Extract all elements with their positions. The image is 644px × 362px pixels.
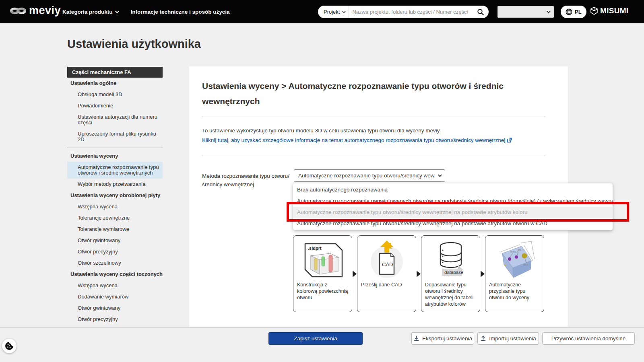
svg-text:database: database xyxy=(444,270,463,275)
sidebar-item-threaded-hole-plate[interactable]: Otwór gwintowany xyxy=(67,235,163,246)
misumi-brand-text: MiSUMi xyxy=(600,6,628,15)
misumi-logo[interactable]: MiSUMi xyxy=(590,6,628,15)
dropdown-option-by-cad-attributes[interactable]: Automatyczne rozpoznawanie typu otworu/ś… xyxy=(293,218,613,229)
sidebar-item-2d-drawing-format[interactable]: Uproszczony format pliku rysunku 2D xyxy=(67,128,163,145)
svg-text:Ø6 H7: Ø6 H7 xyxy=(518,249,525,251)
step-card-auto-assign: M4x0.7 Ø6 H7 Ø10 Automatyczne przypisani… xyxy=(485,235,544,312)
chevron-down-icon xyxy=(115,9,119,13)
sidebar-divider xyxy=(67,148,163,148)
language-switcher[interactable]: PL xyxy=(561,6,586,18)
arrow-right-icon xyxy=(417,271,421,277)
language-label: PL xyxy=(575,9,582,15)
sidebar-item-dimensional-tolerances[interactable]: Tolerancje wymiarowe xyxy=(67,224,163,235)
chevron-down-icon xyxy=(438,173,442,177)
search-icon xyxy=(477,8,484,16)
svg-text:Ø10: Ø10 xyxy=(523,263,528,266)
external-link-icon xyxy=(507,138,512,143)
sidebar-item-adding-dimensions[interactable]: Dodawanie wymiarów xyxy=(67,291,163,302)
dropdown-option-by-hole-diameter[interactable]: Automatyczne rozpoznawanie nagwintowanyc… xyxy=(293,195,613,207)
step-label: Prześlij dane CAD xyxy=(357,281,416,288)
step-label: Konstrukcja z kolorową powierzchnią otwo… xyxy=(293,281,352,301)
recognition-method-select[interactable]: Automatyczne rozpoznawanie typu otworu/ś… xyxy=(294,169,445,182)
sidebar-item-threaded-hole-turned[interactable]: Otwór gwintowany xyxy=(67,302,163,314)
restore-defaults-button[interactable]: Przywróć ustawienia domyślne xyxy=(542,332,635,345)
arrow-right-icon xyxy=(481,271,485,277)
meviy-logo[interactable]: meviy xyxy=(10,4,61,17)
sidebar-section-turned-parts: Ustawienia wyceny części toczonych xyxy=(67,269,163,280)
sidebar-section-quotation: Ustawienia wyceny xyxy=(67,150,163,162)
divider xyxy=(202,156,545,156)
sidebar-item-notification[interactable]: Powiadomienie xyxy=(67,100,163,111)
globe-icon xyxy=(566,8,572,15)
infinity-logo-icon xyxy=(10,6,27,16)
workflow-steps: .sldprt Konstrukcja z kolorową powierzch… xyxy=(293,235,544,312)
recognition-method-dropdown: Brak automatycznego rozpoznawania Automa… xyxy=(293,183,613,230)
page-title: Ustawienia użytkownika xyxy=(67,37,201,51)
arrow-right-icon xyxy=(353,271,357,277)
upload-icon xyxy=(480,335,486,341)
cube-icon xyxy=(590,6,598,15)
recognition-method-label: Metoda rozpoznawania typu otworu/ średni… xyxy=(202,172,293,189)
sidebar-item-part-number-auth[interactable]: Ustawienia autoryzacji dla numeru części xyxy=(67,111,163,128)
step-label: Automatyczne przypisanie typu otworu do … xyxy=(485,281,544,301)
search-scope-select[interactable]: Projekt xyxy=(318,6,349,18)
database-icon: database xyxy=(421,236,480,281)
search-bar: Projekt xyxy=(318,6,489,18)
sidebar-section-general: Ustawienia ogólne xyxy=(67,78,163,89)
sldprt-model-icon: .sldprt xyxy=(293,236,352,281)
quote-model-icon: M4x0.7 Ø6 H7 Ø10 xyxy=(485,236,544,281)
settings-sidebar: Części mechaniczne FA Ustawienia ogólne … xyxy=(67,67,163,325)
download-icon xyxy=(413,335,419,341)
setting-description: To ustawienie wykorzystuje typ otworu mo… xyxy=(202,128,441,134)
sidebar-item-external-tolerances[interactable]: Tolerancje zewnętrzne xyxy=(67,212,163,224)
nav-technical-info[interactable]: Informacje techniczne i sposób użycia xyxy=(131,9,230,15)
search-input[interactable] xyxy=(349,9,473,15)
dropdown-option-no-auto[interactable]: Brak automatycznego rozpoznawania xyxy=(293,184,613,195)
svg-text:CAD: CAD xyxy=(382,261,393,267)
sidebar-item-slot-hole[interactable]: Otwór szczelinowy xyxy=(67,257,163,269)
export-settings-button[interactable]: Eksportuj ustawienia xyxy=(411,332,474,345)
brand-text: meviy xyxy=(29,4,61,17)
import-settings-button[interactable]: Importuj ustawienia xyxy=(477,332,539,345)
dropdown-option-by-color-attributes[interactable]: Automatyczne rozpoznawanie typu otworu/ś… xyxy=(293,207,613,218)
step-label: Dopasowanie typu otworu i średnicy wewnę… xyxy=(421,281,480,307)
cookie-settings-button[interactable] xyxy=(2,339,17,353)
cookie-icon xyxy=(4,341,14,351)
help-link[interactable]: Kliknij tutaj, aby uzyskać szczegółowe i… xyxy=(202,137,512,143)
sidebar-section-machined-plate: Ustawienia wyceny obrobionej płyty xyxy=(67,190,163,201)
sidebar-item-auto-hole-recognition[interactable]: Automatyczne rozpoznawanie typu otworów … xyxy=(67,162,163,179)
save-settings-button[interactable]: Zapisz ustawienia xyxy=(268,332,363,345)
sidebar-item-precision-hole-turned[interactable]: Otwór precyzyjny xyxy=(67,314,163,325)
step-card-upload-cad: CAD Prześlij dane CAD xyxy=(357,235,416,312)
svg-text:.sldprt: .sldprt xyxy=(308,246,322,251)
step-card-database-match: database Dopasowanie typu otworu i średn… xyxy=(421,235,480,312)
sidebar-item-processing-method[interactable]: Wybór metody przetwarzania xyxy=(67,179,163,190)
sidebar-item-3d-models[interactable]: Obsługa modeli 3D xyxy=(67,89,163,100)
content-heading: Ustawienia wyceny > Automatyczne rozpozn… xyxy=(202,78,524,109)
sidebar-item-initial-quote-plate[interactable]: Wstępna wycena xyxy=(67,201,163,212)
header-empty-select[interactable] xyxy=(497,6,554,18)
cad-upload-icon: CAD xyxy=(357,236,416,281)
chevron-down-icon xyxy=(343,10,346,13)
sidebar-root-fa-parts[interactable]: Części mechaniczne FA xyxy=(67,67,163,78)
step-card-colored-model: .sldprt Konstrukcja z kolorową powierzch… xyxy=(293,235,352,312)
sidebar-item-initial-quote-turned[interactable]: Wstępna wycena xyxy=(67,280,163,291)
search-button[interactable] xyxy=(473,6,489,18)
divider xyxy=(202,117,545,117)
sidebar-item-precision-hole-plate[interactable]: Otwór precyzyjny xyxy=(67,246,163,257)
chevron-down-icon xyxy=(547,9,551,13)
top-header: meviy Kategoria produktu Informacje tech… xyxy=(0,0,644,23)
nav-product-category[interactable]: Kategoria produktu xyxy=(62,9,118,15)
footer-divider xyxy=(0,327,644,328)
top-navigation: Kategoria produktu Informacje techniczne… xyxy=(62,0,230,23)
